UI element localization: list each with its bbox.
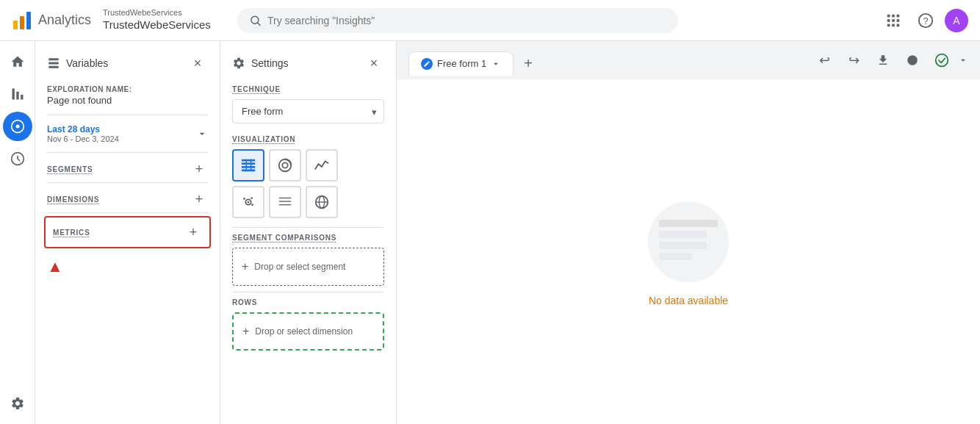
settings-panel-title: Settings [232,57,289,70]
no-data-svg [630,198,747,286]
drop-segment-zone[interactable]: + Drop or select segment [232,248,384,286]
svg-rect-2 [26,12,31,29]
tab-free-form-1[interactable]: Free form 1 [408,51,514,76]
metrics-row: METRICS + [46,218,209,247]
drop-dimension-zone[interactable]: + Drop or select dimension [232,312,384,351]
svg-rect-18 [21,95,23,100]
search-input[interactable] [267,15,666,26]
no-data-text: No data available [649,295,728,306]
advertising-icon [10,151,25,166]
redo-button[interactable]: ↪ [840,47,867,73]
dimensions-label: DIMENSIONS [47,195,99,204]
home-icon [10,54,25,69]
nav-icons: ? A [880,7,968,34]
svg-rect-47 [659,231,707,238]
left-sidebar [0,41,35,424]
tab-chevron-icon [491,59,501,69]
settings-title-text: Settings [251,57,289,69]
svg-point-35 [243,198,245,200]
svg-rect-9 [892,19,895,22]
logo: Analytics [12,10,91,31]
drop-segment-text: Drop or select segment [254,262,345,272]
help-button[interactable]: ? [912,7,939,34]
svg-rect-0 [13,21,18,29]
viz-line-button[interactable] [306,149,338,182]
tab-actions: ↩ ↪ [811,47,968,79]
app-name: Analytics [38,12,91,28]
brand-sub: TrustedWebeServices [103,9,211,17]
add-dimension-button[interactable]: + [190,190,208,208]
settings-close-button[interactable]: × [364,53,384,73]
share-icon [906,54,919,67]
settings-panel: Settings × TECHNIQUE Free form Funnel ex… [220,41,397,424]
svg-rect-5 [887,14,890,17]
sidebar-item-explore[interactable] [3,112,32,141]
pencil-icon [423,60,430,68]
svg-rect-26 [242,162,255,165]
chevron-down-icon [196,128,208,140]
technique-select-wrapper[interactable]: Free form Funnel exploration Path explor… [232,99,384,123]
svg-line-4 [258,23,260,25]
donut-viz-icon [277,157,293,173]
add-tab-button[interactable]: + [516,51,540,75]
svg-point-20 [15,125,19,129]
svg-rect-6 [892,14,895,17]
segments-label: SEGMENTS [47,165,93,173]
viz-donut-button[interactable] [269,149,301,182]
explore-icon [10,119,25,134]
divider-4 [47,212,208,213]
svg-rect-11 [887,24,890,26]
tab-dot [421,58,433,70]
viz-map-button[interactable] [306,186,338,218]
svg-rect-12 [892,24,895,26]
metrics-label: METRICS [53,229,90,237]
visualization-label: VISUALIZATION [220,132,396,149]
grid-button[interactable] [880,7,907,34]
undo-button[interactable]: ↩ [811,47,837,73]
variables-panel: Variables × EXPLORATION NAME: Page not f… [35,41,220,424]
svg-rect-48 [659,242,707,249]
date-range-sub: Nov 6 - Dec 3, 2024 [47,134,119,143]
svg-rect-49 [659,253,692,260]
sidebar-item-settings[interactable] [3,389,32,418]
plus-icon-rows: + [242,325,249,338]
metrics-section: METRICS + [44,216,211,248]
visualization-grid [220,149,396,227]
svg-rect-28 [242,170,255,172]
svg-text:?: ? [923,15,928,26]
add-segment-button[interactable]: + [190,160,208,178]
main-layout: Variables × EXPLORATION NAME: Page not f… [0,41,980,424]
svg-rect-17 [16,92,18,100]
viz-table-button[interactable] [232,149,264,182]
search-bar[interactable] [237,8,678,33]
top-nav: Analytics TrustedWebeServices TrustedWeb… [0,0,980,41]
viz-bar-button[interactable] [269,186,301,218]
help-icon: ? [918,12,934,29]
no-data-illustration [630,198,747,286]
svg-rect-22 [48,58,59,60]
variables-close-button[interactable]: × [187,53,208,73]
technique-dropdown[interactable]: Free form Funnel exploration Path explor… [232,99,384,123]
date-picker[interactable]: Last 28 days Nov 6 - Dec 3, 2024 [35,115,220,152]
add-metrics-button[interactable]: + [184,223,202,241]
download-icon [876,54,890,67]
svg-point-37 [251,197,253,199]
settings-gear-icon [232,57,245,70]
exploration-name-label: EXPLORATION NAME: [35,79,220,95]
check-button[interactable] [929,47,955,73]
svg-point-34 [248,201,250,204]
download-button[interactable] [870,47,896,73]
svg-rect-24 [48,66,59,68]
variables-title-text: Variables [66,57,108,69]
sidebar-item-reports[interactable] [3,79,32,109]
sidebar-item-advertising[interactable] [3,144,32,173]
sidebar-item-home[interactable] [3,47,32,76]
tab-bar: Free form 1 + ↩ ↪ [397,41,980,79]
avatar[interactable]: A [945,9,968,32]
viz-scatter-button[interactable] [232,186,264,218]
share-button[interactable] [899,47,926,73]
svg-point-44 [936,54,948,67]
table-viz-icon [240,157,256,173]
map-viz-icon [314,194,330,210]
svg-point-36 [251,204,253,206]
